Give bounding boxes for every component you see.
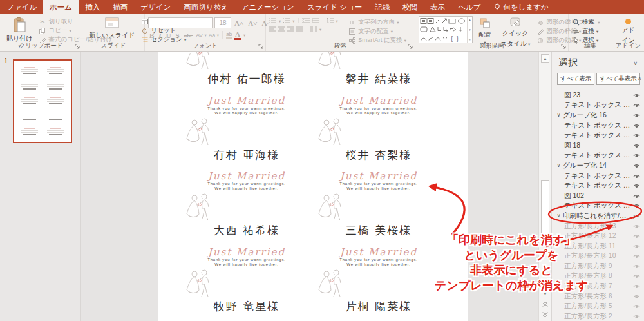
strikethrough-button[interactable]: abc bbox=[183, 32, 194, 39]
eye-icon[interactable] bbox=[632, 303, 641, 309]
text-direction-button[interactable]: 文字列の方向 ▾ bbox=[348, 18, 406, 26]
guest-name-text[interactable]: 磐井 結菜様 bbox=[314, 72, 443, 86]
new-slide-button[interactable]: 新しいスライド ▾ bbox=[86, 16, 138, 44]
numbering-button[interactable] bbox=[283, 17, 290, 24]
couple-illustration[interactable] bbox=[314, 269, 348, 297]
addins-button[interactable]: アド イン bbox=[618, 16, 638, 45]
paragraph-dialog-launcher-icon[interactable] bbox=[408, 44, 413, 50]
selection-list-item[interactable]: テキスト ボックス 101 bbox=[552, 201, 644, 211]
italic-button[interactable]: I bbox=[157, 32, 162, 39]
eye-icon[interactable] bbox=[632, 253, 641, 259]
visibility-toggle[interactable] bbox=[630, 193, 642, 199]
visibility-toggle[interactable] bbox=[630, 142, 642, 149]
eye-icon[interactable] bbox=[632, 152, 641, 159]
pane-scroll-up-icon[interactable]: ∧ bbox=[638, 75, 641, 81]
eye-icon[interactable] bbox=[632, 142, 641, 149]
align-text-button[interactable]: 文字の配置 ▾ bbox=[348, 27, 406, 35]
clipboard-dialog-launcher-icon[interactable] bbox=[75, 44, 80, 50]
visibility-toggle[interactable] bbox=[630, 122, 642, 129]
just-married-script-text[interactable]: Just Married bbox=[314, 95, 443, 105]
underline-button[interactable]: U bbox=[165, 32, 173, 39]
visibility-toggle[interactable] bbox=[630, 233, 642, 239]
justify-button[interactable] bbox=[296, 26, 303, 32]
eye-icon[interactable] bbox=[632, 193, 641, 199]
eye-icon[interactable] bbox=[632, 162, 641, 169]
thanks-message-text[interactable]: Thank you for your warm greetings.We wil… bbox=[182, 182, 311, 191]
drawing-dialog-launcher-icon[interactable] bbox=[561, 44, 567, 50]
couple-illustration[interactable] bbox=[182, 269, 216, 297]
grow-font-button[interactable]: A˄ bbox=[233, 19, 245, 27]
visibility-toggle[interactable] bbox=[630, 263, 642, 269]
line-spacing-button[interactable] bbox=[327, 17, 334, 24]
show-all-button[interactable]: すべて表示 bbox=[557, 73, 594, 85]
bullets-button[interactable] bbox=[269, 17, 277, 24]
expand-chevron-icon[interactable]: ∨ bbox=[554, 213, 563, 219]
columns-button[interactable] bbox=[310, 26, 317, 32]
eye-icon[interactable] bbox=[632, 243, 641, 249]
thanks-message-text[interactable]: Thank you for your warm greetings.We wil… bbox=[182, 258, 311, 267]
tab-view[interactable]: 表示 bbox=[424, 0, 451, 14]
highlight-color-button[interactable]: ab bbox=[226, 31, 232, 39]
guest-name-text[interactable]: 仲村 佑一郎様 bbox=[182, 72, 311, 86]
tab-transitions[interactable]: 画面切り替え bbox=[177, 0, 235, 14]
selection-list-item[interactable]: 正方形/長方形 2 bbox=[552, 311, 644, 321]
selection-list-item[interactable]: 正方形/長方形 5 bbox=[552, 301, 644, 311]
visibility-toggle[interactable] bbox=[630, 162, 642, 169]
tab-animations[interactable]: アニメーション bbox=[235, 0, 301, 14]
selection-list-item[interactable]: ∨グループ化 14 bbox=[552, 160, 644, 171]
tab-design[interactable]: デザイン bbox=[134, 0, 177, 14]
selection-list-item[interactable]: テキスト ボックス 22 bbox=[552, 101, 644, 111]
couple-illustration[interactable] bbox=[182, 193, 216, 221]
eye-icon[interactable] bbox=[632, 293, 641, 300]
scroll-up-button[interactable]: ▲ bbox=[541, 54, 549, 63]
visibility-toggle[interactable] bbox=[630, 253, 642, 259]
eye-icon[interactable] bbox=[632, 202, 641, 209]
visibility-toggle[interactable] bbox=[630, 293, 642, 300]
tab-review[interactable]: 校閲 bbox=[396, 0, 424, 14]
expand-chevron-icon[interactable]: ∨ bbox=[554, 112, 563, 118]
eye-icon[interactable] bbox=[632, 112, 641, 119]
tab-insert[interactable]: 挿入 bbox=[79, 0, 106, 14]
tab-record[interactable]: 記録 bbox=[368, 0, 396, 14]
shrink-font-button[interactable]: A˅ bbox=[247, 19, 258, 27]
expand-chevron-icon[interactable]: ∨ bbox=[554, 162, 563, 168]
font-dialog-launcher-icon[interactable] bbox=[258, 44, 264, 50]
selection-list-item[interactable]: 図 23 bbox=[552, 90, 644, 101]
visibility-toggle[interactable] bbox=[630, 173, 642, 179]
couple-illustration[interactable] bbox=[182, 52, 216, 70]
font-name-input[interactable] bbox=[148, 17, 213, 28]
selection-list-item[interactable]: 正方形/長方形 13 bbox=[552, 221, 644, 231]
couple-illustration[interactable] bbox=[182, 117, 216, 146]
previous-slide-button[interactable] bbox=[541, 300, 549, 308]
align-center-button[interactable] bbox=[278, 26, 285, 32]
tab-file[interactable]: ファイル bbox=[0, 0, 43, 14]
tab-home[interactable]: ホーム bbox=[43, 0, 79, 14]
selection-list-item[interactable]: ∨印刷時これを消す/切り... bbox=[552, 211, 644, 221]
couple-illustration[interactable] bbox=[314, 193, 348, 221]
tab-slideshow[interactable]: スライド ショー bbox=[301, 0, 368, 14]
selection-list-item[interactable]: テキスト ボックス 104 bbox=[552, 180, 644, 191]
guest-name-text[interactable]: 桜井 杏梨様 bbox=[314, 148, 443, 162]
tab-help[interactable]: ヘルプ bbox=[451, 0, 487, 14]
eye-icon[interactable] bbox=[632, 173, 641, 179]
visibility-toggle[interactable] bbox=[630, 303, 642, 309]
visibility-toggle[interactable] bbox=[630, 283, 642, 289]
align-right-button[interactable] bbox=[287, 26, 294, 32]
thanks-message-text[interactable]: Thank you for your warm greetings.We wil… bbox=[314, 182, 443, 191]
font-color-button[interactable]: A bbox=[234, 30, 242, 40]
visibility-toggle[interactable] bbox=[630, 273, 642, 279]
thanks-message-text[interactable]: Thank you for your warm greetings.We wil… bbox=[182, 106, 311, 115]
next-slide-button[interactable] bbox=[541, 310, 549, 318]
visibility-toggle[interactable] bbox=[630, 243, 642, 249]
eye-icon[interactable] bbox=[632, 233, 641, 239]
character-spacing-button[interactable]: AV bbox=[196, 32, 202, 39]
eye-slash-icon[interactable] bbox=[632, 213, 641, 219]
visibility-toggle[interactable] bbox=[630, 223, 642, 229]
just-married-script-text[interactable]: Just Married bbox=[314, 170, 443, 180]
find-button[interactable]: 検索 bbox=[572, 18, 598, 26]
visibility-toggle[interactable] bbox=[630, 213, 642, 219]
shape-gallery[interactable]: { } ▴ ▾ ≡ bbox=[419, 16, 473, 43]
visibility-toggle[interactable] bbox=[630, 92, 642, 99]
tell-me-box[interactable]: 何をしますか bbox=[488, 0, 555, 14]
shape-gallery-scroll[interactable]: ▴ ▾ ≡ bbox=[467, 17, 472, 43]
